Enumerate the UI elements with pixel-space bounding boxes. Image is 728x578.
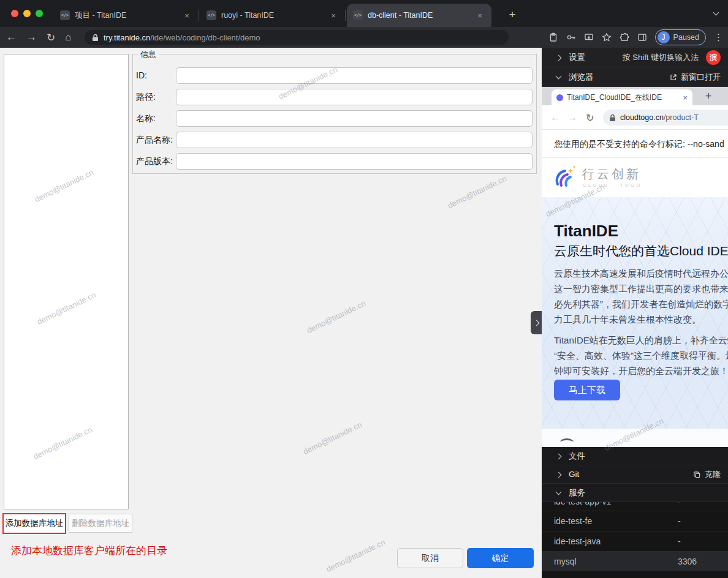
path-input[interactable] bbox=[176, 89, 533, 105]
panel-collapse-handle[interactable] bbox=[531, 311, 542, 334]
tab-title: 项目 - TitanIDE bbox=[75, 10, 181, 21]
clipboard-icon[interactable] bbox=[548, 32, 558, 42]
tab-close-icon[interactable]: × bbox=[683, 93, 688, 102]
page-section-partial bbox=[542, 429, 728, 447]
open-new-window-button[interactable]: 新窗口打开 bbox=[670, 67, 721, 87]
clone-label: 克隆 bbox=[705, 469, 721, 480]
git-section-header[interactable]: Git 克隆 bbox=[542, 465, 728, 484]
tab-search-chevron-icon[interactable] bbox=[713, 10, 719, 16]
maximize-window-icon[interactable] bbox=[36, 10, 43, 17]
url-domain: try.titanide.cn bbox=[104, 33, 150, 42]
close-window-icon[interactable] bbox=[11, 10, 18, 17]
name-input[interactable] bbox=[176, 110, 533, 127]
git-clone-button[interactable]: 克隆 bbox=[693, 465, 721, 484]
embedded-tab-title: TitanIDE_CloudIDE_在线IDE bbox=[567, 92, 680, 103]
browser-tab-project[interactable]: </> 项目 - TitanIDE × bbox=[54, 4, 199, 27]
brand-subtitle: CLOUD · TOGO bbox=[583, 182, 642, 188]
field-label-id: ID: bbox=[136, 67, 147, 84]
embedded-nav-bar: ← → ↻ cloudtogo.cn/product-T bbox=[542, 105, 728, 130]
refresh-button[interactable]: ↻ bbox=[47, 31, 55, 44]
install-icon[interactable] bbox=[584, 32, 594, 42]
forward-button[interactable]: → bbox=[567, 105, 577, 130]
tab-title: db-client - TitanIDE bbox=[368, 11, 474, 20]
browser-toolbar: ← → ↻ ⌂ try.titanide.cn/ide/web/coding/d… bbox=[0, 27, 728, 48]
tab-separator bbox=[345, 10, 346, 21]
side-panel: 设置 按 Shift 键切换输入法 演 浏览器 新窗口打开 TitanIDE_C… bbox=[542, 48, 728, 578]
cancel-button[interactable]: 取消 bbox=[397, 548, 463, 568]
forward-button[interactable]: → bbox=[26, 31, 37, 43]
fieldset-legend: 信息 bbox=[138, 49, 159, 60]
annotation-text: 添加本地数据库客户端所在的目录 bbox=[11, 544, 167, 558]
service-row[interactable]: mysql 3306 bbox=[542, 551, 728, 571]
embedded-tab-bar: TitanIDE_CloudIDE_在线IDE × + bbox=[542, 87, 728, 105]
site-favicon bbox=[556, 94, 563, 101]
hero-paragraph-1: 云原生技术高速发展和后疫情时代远程办公等 这一智力密集型工作提出更高的要求也带来… bbox=[554, 266, 728, 327]
chevron-down-icon bbox=[556, 73, 562, 80]
clone-icon bbox=[693, 471, 701, 479]
services-section-header[interactable]: 服务 bbox=[542, 484, 728, 502]
browser-label: 浏览器 bbox=[569, 67, 594, 87]
hero-subtitle: 云原生时代您的首选Cloud IDE bbox=[554, 242, 728, 260]
hero-paragraph-2: TitanIDE站在无数巨人的肩膀上，补齐全云端 “安全、高效、体验”这三个维度… bbox=[554, 332, 728, 378]
url-path: /product-T bbox=[664, 113, 699, 122]
files-section-header[interactable]: 文件 bbox=[542, 447, 728, 465]
chevron-right-icon bbox=[556, 454, 562, 460]
delete-db-address-button[interactable]: 删除数据库地址 bbox=[69, 514, 132, 533]
tab-close-icon[interactable]: × bbox=[328, 10, 339, 21]
demo-badge[interactable]: 演 bbox=[706, 50, 721, 65]
cloudtogo-logo-icon bbox=[550, 163, 578, 192]
browser-tab-db-client[interactable]: </> db-client - TitanIDE × bbox=[347, 4, 491, 27]
window-controls[interactable] bbox=[11, 10, 43, 17]
back-button[interactable]: ← bbox=[6, 31, 17, 43]
tab-close-icon[interactable]: × bbox=[474, 10, 485, 21]
extensions-icon[interactable] bbox=[620, 32, 629, 42]
chevron-right-icon bbox=[533, 320, 539, 326]
profile-status: Paused bbox=[673, 33, 699, 42]
chevron-down-icon bbox=[556, 489, 562, 495]
product-name-input[interactable] bbox=[176, 132, 533, 148]
code-icon: </> bbox=[353, 10, 363, 20]
back-button[interactable]: ← bbox=[550, 105, 560, 130]
main-content: 信息 ID: 路径: 名称: 产品名称: 产品版本: 添加数据库地址 删除数据库… bbox=[0, 48, 542, 578]
browser-section-header[interactable]: 浏览器 新窗口打开 bbox=[542, 67, 728, 87]
field-label-path: 路径: bbox=[136, 89, 156, 105]
side-panel-icon[interactable] bbox=[637, 32, 647, 42]
embedded-new-tab-button[interactable]: + bbox=[701, 89, 716, 103]
service-row[interactable]: ide-test-java - bbox=[542, 531, 728, 551]
unsupported-flag-warning: 您使用的是不受支持的命令行标记: --no-sand bbox=[542, 130, 728, 158]
embedded-address-bar[interactable]: cloudtogo.cn/product-T bbox=[603, 110, 728, 126]
new-tab-button[interactable]: + bbox=[505, 7, 520, 22]
paragraph-line: 这一智力密集型工作提出更高的要求也带来了 bbox=[554, 281, 728, 296]
field-label-product-name: 产品名称: bbox=[136, 132, 173, 148]
chevron-right-icon bbox=[556, 55, 562, 61]
minimize-window-icon[interactable] bbox=[23, 10, 31, 17]
tab-close-icon[interactable]: × bbox=[181, 10, 192, 21]
add-db-address-button[interactable]: 添加数据库地址 bbox=[2, 513, 66, 534]
service-row[interactable]: ide-test-fe - bbox=[542, 511, 728, 531]
service-port: - bbox=[678, 511, 681, 531]
lock-icon bbox=[92, 34, 99, 42]
home-button[interactable]: ⌂ bbox=[65, 31, 71, 43]
bookmark-star-icon[interactable] bbox=[602, 32, 612, 42]
menu-icon[interactable]: ⋮ bbox=[714, 32, 723, 43]
refresh-button[interactable]: ↻ bbox=[586, 105, 594, 130]
browser-window: </> 项目 - TitanIDE × </> ruoyi - TitanIDE… bbox=[0, 0, 728, 578]
key-icon[interactable] bbox=[566, 32, 576, 42]
settings-label: 设置 bbox=[569, 48, 585, 67]
address-bar[interactable]: try.titanide.cn/ide/web/coding/db-client… bbox=[85, 30, 509, 45]
code-icon: </> bbox=[60, 10, 70, 20]
url-domain: cloudtogo.cn bbox=[620, 113, 664, 122]
services-label: 服务 bbox=[569, 484, 585, 502]
profile-pill[interactable]: J Paused bbox=[655, 29, 706, 45]
settings-section-header[interactable]: 设置 按 Shift 键切换输入法 演 bbox=[542, 48, 728, 67]
service-port: 3306 bbox=[678, 552, 697, 572]
id-input[interactable] bbox=[176, 67, 533, 84]
code-icon: </> bbox=[207, 10, 216, 20]
embedded-browser-tab[interactable]: TitanIDE_CloudIDE_在线IDE × bbox=[552, 89, 692, 105]
browser-tab-ruoyi[interactable]: </> ruoyi - TitanIDE × bbox=[200, 4, 345, 27]
confirm-button[interactable]: 确定 bbox=[467, 548, 534, 568]
product-version-input[interactable] bbox=[176, 153, 533, 170]
download-button[interactable]: 马上下载 bbox=[554, 380, 620, 400]
git-label: Git bbox=[569, 465, 579, 484]
paragraph-line: 必先利其器”，我们开发者在创造灿烂的数字 bbox=[554, 296, 728, 312]
